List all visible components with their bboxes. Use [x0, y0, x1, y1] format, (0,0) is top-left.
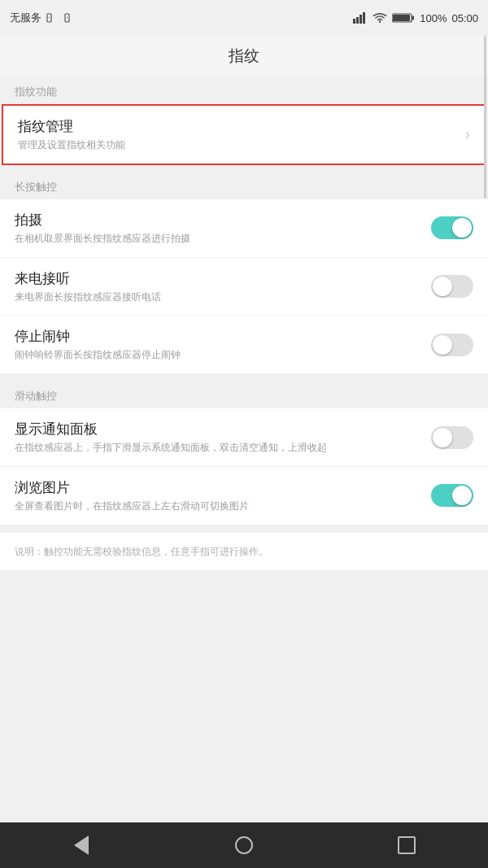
item-desc-fingerprint-manage: 管理及设置指纹相关功能 [18, 138, 459, 152]
bottom-padding [0, 570, 488, 587]
stop-alarm-item: 停止闹钟 闹钟响铃界面长按指纹感应器停止闹钟 [0, 316, 488, 374]
bottom-note: 说明：触控功能无需校验指纹信息，任意手指可进行操作。 [0, 532, 488, 570]
scroll-indicator [484, 36, 486, 198]
svg-rect-7 [363, 12, 365, 24]
item-desc-notification: 在指纹感应器上，手指下滑显示系统通知面板，双击清空通知，上滑收起 [15, 441, 431, 455]
chevron-icon: › [465, 126, 470, 143]
svg-rect-5 [356, 17, 359, 24]
item-title-notification: 显示通知面板 [15, 420, 431, 438]
section-header-swipe: 滑动触控 [0, 381, 488, 408]
browse-photos-item: 浏览图片 全屏查看图片时，在指纹感应器上左右滑动可切换图片 [0, 467, 488, 526]
signal-icon [353, 12, 368, 24]
item-desc-alarm: 闹钟响铃界面长按指纹感应器停止闹钟 [15, 348, 431, 362]
svg-rect-1 [49, 17, 50, 18]
item-title-photo: 拍摄 [15, 211, 431, 229]
section-header-fingerprint: 指纹功能 [0, 76, 488, 104]
photos-toggle[interactable] [431, 484, 473, 507]
item-text-notification: 显示通知面板 在指纹感应器上，手指下滑显示系统通知面板，双击清空通知，上滑收起 [15, 420, 431, 455]
photo-item: 拍摄 在相机取景界面长按指纹感应器进行拍摄 [0, 199, 488, 258]
sim1-icon [46, 12, 59, 24]
notification-toggle[interactable] [431, 426, 473, 449]
alarm-toggle[interactable] [431, 334, 473, 356]
nav-bar [0, 822, 488, 868]
back-icon [74, 835, 89, 855]
item-desc-photos: 全屏查看图片时，在指纹感应器上左右滑动可切换图片 [15, 499, 431, 513]
nav-back-button[interactable] [67, 831, 96, 860]
svg-rect-6 [359, 15, 362, 24]
toggle-knob [433, 428, 452, 447]
toggle-knob [452, 486, 472, 505]
fingerprint-manage-item[interactable]: 指纹管理 管理及设置指纹相关功能 › [2, 104, 486, 165]
photo-toggle[interactable] [431, 216, 473, 239]
toggle-knob [433, 335, 452, 355]
item-title-photos: 浏览图片 [15, 478, 431, 497]
content-area: 指纹功能 指纹管理 管理及设置指纹相关功能 › 长按触控 拍摄 在相机取景界面长… [0, 76, 488, 822]
item-title-alarm: 停止闹钟 [15, 327, 431, 346]
item-title-fingerprint-manage: 指纹管理 [18, 117, 459, 136]
toggle-knob [433, 277, 452, 296]
section-header-longpress: 长按触控 [0, 172, 488, 199]
answer-call-item: 来电接听 来电界面长按指纹感应器接听电话 [0, 258, 488, 316]
status-left: 无服务 [10, 11, 77, 25]
notification-panel-item: 显示通知面板 在指纹感应器上，手指下滑显示系统通知面板，双击清空通知，上滑收起 [0, 408, 488, 467]
item-text: 指纹管理 管理及设置指纹相关功能 [18, 117, 459, 152]
item-title-answer: 来电接听 [15, 269, 431, 288]
item-text-photos: 浏览图片 全屏查看图片时，在指纹感应器上左右滑动可切换图片 [15, 478, 431, 513]
status-right: 100% 05:00 [353, 12, 478, 24]
toggle-knob [452, 218, 472, 238]
svg-rect-4 [353, 19, 355, 24]
time-text: 05:00 [451, 12, 478, 24]
svg-rect-3 [67, 17, 68, 18]
section-divider-2 [0, 374, 488, 381]
section-divider-3 [0, 526, 488, 532]
wifi-icon [373, 12, 387, 24]
page-title: 指纹 [229, 46, 259, 67]
title-bar: 指纹 [0, 36, 488, 76]
item-desc-photo: 在相机取景界面长按指纹感应器进行拍摄 [15, 232, 431, 246]
nav-home-button[interactable] [229, 831, 259, 860]
home-icon [235, 836, 253, 854]
battery-icon [392, 12, 415, 24]
battery-text: 100% [420, 12, 447, 24]
recent-icon [398, 836, 416, 854]
item-text-answer: 来电接听 来电界面长按指纹感应器接听电话 [15, 269, 431, 304]
item-desc-answer: 来电界面长按指纹感应器接听电话 [15, 290, 431, 304]
item-text-photo: 拍摄 在相机取景界面长按指纹感应器进行拍摄 [15, 211, 431, 246]
answer-toggle[interactable] [431, 275, 473, 298]
svg-rect-10 [412, 16, 415, 20]
carrier-text: 无服务 [10, 11, 41, 25]
item-text-alarm: 停止闹钟 闹钟响铃界面长按指纹感应器停止闹钟 [15, 327, 431, 362]
section-divider-1 [0, 165, 488, 172]
nav-recent-button[interactable] [392, 831, 421, 860]
sim2-icon [64, 12, 77, 24]
svg-rect-9 [393, 15, 410, 21]
status-bar: 无服务 100% 05 [0, 0, 488, 36]
